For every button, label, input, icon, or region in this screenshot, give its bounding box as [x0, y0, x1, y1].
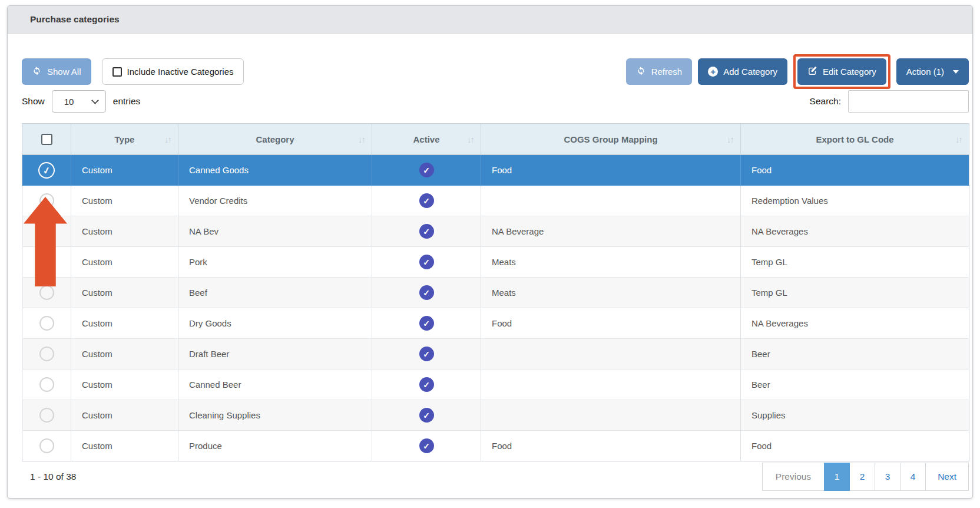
- row-select-cell[interactable]: [22, 308, 71, 339]
- table-row[interactable]: CustomDry Goods✓FoodNA Beverages: [22, 308, 969, 339]
- active-cell: ✓: [372, 400, 481, 431]
- row-select-cell[interactable]: [22, 431, 71, 461]
- cogs-group-mapping-cell: Food: [481, 308, 741, 339]
- add-category-button[interactable]: + Add Category: [698, 58, 787, 85]
- chevron-down-icon: [91, 97, 99, 104]
- active-cell: ✓: [372, 308, 481, 339]
- row-select-cell[interactable]: [22, 339, 71, 370]
- row-radio[interactable]: [39, 347, 54, 361]
- edit-category-highlight-box: Edit Category: [793, 54, 890, 89]
- cogs-group-mapping-cell: [481, 186, 741, 216]
- refresh-button[interactable]: Refresh: [626, 58, 693, 85]
- row-select-cell[interactable]: [22, 278, 71, 308]
- table-row[interactable]: CustomVendor Credits✓Redemption Values: [22, 186, 969, 216]
- table-row[interactable]: CustomNA Bev✓NA BeverageNA Beverages: [22, 216, 969, 247]
- entries-select[interactable]: 10: [52, 90, 106, 113]
- pagination-page-2[interactable]: 2: [849, 463, 875, 491]
- active-cell: ✓: [372, 155, 481, 186]
- row-select-cell[interactable]: [22, 370, 71, 400]
- type-cell: Custom: [71, 186, 178, 216]
- active-cell: ✓: [372, 278, 481, 308]
- row-radio[interactable]: [39, 285, 54, 300]
- row-select-cell[interactable]: [22, 186, 71, 216]
- category-cell: Canned Beer: [178, 370, 372, 400]
- page-title: Purchase categories: [30, 14, 120, 25]
- active-check-icon: ✓: [419, 285, 434, 300]
- sort-icon[interactable]: ↓↑: [467, 134, 474, 144]
- toolbar-left: Show All Include Inactive Categories: [22, 58, 244, 85]
- cogs-group-mapping-cell: NA Beverage: [481, 216, 741, 247]
- category-cell: Dry Goods: [178, 308, 372, 339]
- pagination-page-4[interactable]: 4: [900, 463, 926, 491]
- row-radio[interactable]: [39, 377, 54, 392]
- table-row[interactable]: CustomPork✓MeatsTemp GL: [22, 247, 969, 278]
- active-cell: ✓: [372, 431, 481, 461]
- active-check-icon: ✓: [419, 316, 434, 331]
- column-label: Category: [256, 134, 294, 144]
- include-inactive-button[interactable]: Include Inactive Categories: [102, 58, 244, 85]
- edit-category-button[interactable]: Edit Category: [797, 58, 886, 85]
- table-row[interactable]: ✓CustomCanned Goods✓FoodFood: [22, 155, 969, 186]
- entries-control: Show 10 entries: [22, 90, 140, 113]
- column-header-type[interactable]: Type ↓↑: [71, 124, 178, 155]
- cogs-group-mapping-cell: Food: [481, 155, 741, 186]
- category-cell: Canned Goods: [178, 155, 372, 186]
- table-row[interactable]: CustomBeef✓MeatsTemp GL: [22, 278, 969, 308]
- type-cell: Custom: [71, 339, 178, 370]
- row-radio[interactable]: [39, 438, 54, 453]
- action-button[interactable]: Action (1): [896, 58, 969, 85]
- action-label: Action (1): [906, 67, 944, 77]
- type-cell: Custom: [71, 370, 178, 400]
- sort-icon[interactable]: ↓↑: [727, 134, 733, 144]
- column-header-active[interactable]: Active ↓↑: [372, 124, 481, 155]
- table-row[interactable]: CustomProduce✓FoodFood: [22, 431, 969, 461]
- export-to-gl-code-cell: Food: [741, 155, 969, 186]
- search-label: Search:: [810, 96, 841, 107]
- pagination-page-3[interactable]: 3: [875, 463, 900, 491]
- category-cell: Vendor Credits: [178, 186, 372, 216]
- table-row[interactable]: CustomDraft Beer✓Beer: [22, 339, 969, 370]
- column-header-category[interactable]: Category ↓↑: [178, 124, 372, 155]
- export-to-gl-code-cell: Beer: [741, 339, 969, 370]
- select-all-header-cell[interactable]: [22, 124, 71, 155]
- row-radio[interactable]: [39, 316, 54, 331]
- row-radio-checked-icon[interactable]: ✓: [37, 160, 56, 180]
- row-radio[interactable]: [39, 193, 54, 208]
- active-check-icon: ✓: [419, 408, 434, 423]
- table-row[interactable]: CustomCleaning Supplies✓Supplies: [22, 400, 969, 431]
- table-row[interactable]: CustomCanned Beer✓Beer: [22, 370, 969, 400]
- show-all-button[interactable]: Show All: [22, 58, 91, 85]
- cogs-group-mapping-cell: [481, 370, 741, 400]
- cogs-group-mapping-cell: [481, 339, 741, 370]
- sort-icon[interactable]: ↓↑: [955, 134, 962, 144]
- row-radio[interactable]: [39, 255, 54, 269]
- row-select-cell[interactable]: [22, 400, 71, 431]
- pagination-previous[interactable]: Previous: [762, 463, 825, 491]
- row-radio[interactable]: [39, 408, 54, 423]
- row-select-cell[interactable]: [22, 247, 71, 278]
- row-select-cell[interactable]: [22, 216, 71, 247]
- sort-icon[interactable]: ↓↑: [164, 134, 171, 144]
- pagination-next[interactable]: Next: [925, 463, 969, 491]
- active-check-icon: ✓: [419, 347, 434, 361]
- type-cell: Custom: [71, 155, 178, 186]
- cogs-group-mapping-cell: [481, 400, 741, 431]
- sort-icon[interactable]: ↓↑: [358, 134, 365, 144]
- pagination-page-1[interactable]: 1: [824, 463, 850, 491]
- select-all-checkbox[interactable]: [41, 134, 52, 145]
- column-header-cogs-group-mapping[interactable]: COGS Group Mapping ↓↑: [481, 124, 741, 155]
- active-cell: ✓: [372, 216, 481, 247]
- row-radio[interactable]: [39, 224, 54, 239]
- export-to-gl-code-cell: Food: [741, 431, 969, 461]
- search-input[interactable]: [848, 90, 969, 113]
- export-to-gl-code-cell: Redemption Values: [741, 186, 969, 216]
- edit-pencil-square-icon: [807, 66, 817, 78]
- refresh-icon: [32, 66, 42, 78]
- column-label: Active: [413, 134, 439, 144]
- export-to-gl-code-cell: Supplies: [741, 400, 969, 431]
- row-select-cell[interactable]: ✓: [22, 155, 71, 186]
- entries-select-value: 10: [64, 97, 74, 107]
- column-header-export-to-gl-code[interactable]: Export to GL Code ↓↑: [741, 124, 969, 155]
- active-check-icon: ✓: [419, 163, 434, 177]
- export-to-gl-code-cell: Beer: [741, 370, 969, 400]
